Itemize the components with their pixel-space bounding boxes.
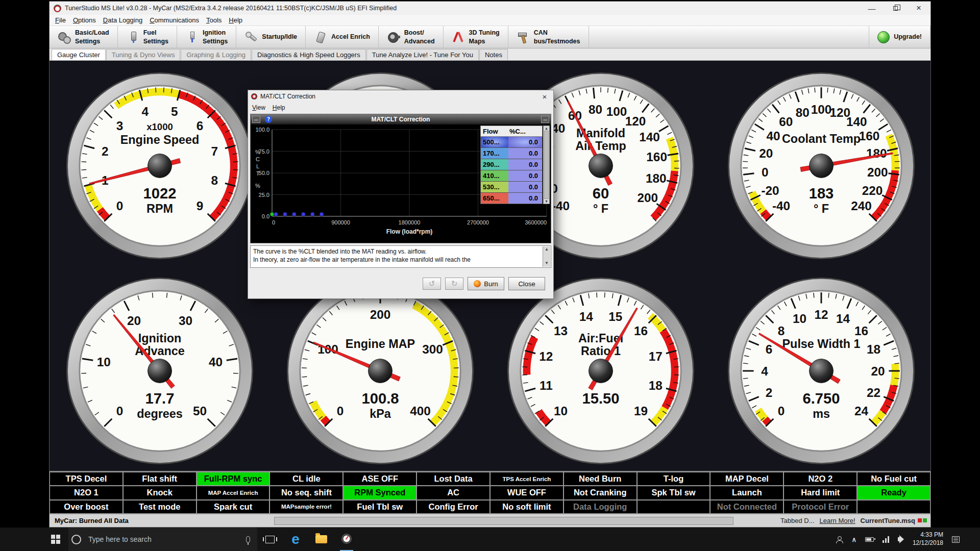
table-row[interactable]: 500...0.0 — [480, 137, 543, 148]
learn-more-link[interactable]: Learn More! — [820, 517, 855, 524]
network-icon[interactable] — [883, 536, 889, 543]
microphone-icon[interactable] — [246, 536, 250, 543]
dialog-menu-help[interactable]: Help — [273, 104, 285, 111]
toolbar-startup-idle[interactable]: Startup/Idle — [236, 26, 306, 48]
scrollbar-thumb[interactable] — [544, 131, 549, 199]
dialog-titlebar[interactable]: MAT/CLT Correction × — [248, 90, 553, 103]
battery-icon[interactable] — [865, 537, 874, 542]
menu-help[interactable]: Help — [225, 15, 246, 25]
cell-pct[interactable]: 0.0 — [508, 148, 542, 159]
svg-text:3600000: 3600000 — [525, 219, 547, 226]
people-icon[interactable] — [836, 536, 843, 543]
scroll-down-icon[interactable]: ▼ — [545, 199, 548, 203]
column-header-pct: %C... — [508, 128, 542, 135]
indicator-no-seq-shift: No seq. shift — [270, 486, 343, 499]
close-window-button[interactable]: × — [907, 2, 930, 15]
svg-text:1800000: 1800000 — [399, 219, 421, 226]
menu-data-logging[interactable]: Data Logging — [100, 15, 146, 25]
svg-text:9: 9 — [197, 199, 204, 213]
cell-pct[interactable]: 0.0 — [508, 137, 542, 147]
matclt-table: Flow%C...500...0.0170...0.0290...0.0410.… — [480, 126, 543, 204]
dialog-menu-view[interactable]: View — [252, 104, 265, 111]
tab-gauge-cluster[interactable]: Gauge Cluster — [52, 49, 106, 60]
panel-options-right-button[interactable]: ... — [541, 116, 549, 123]
cell-flow[interactable]: 170... — [481, 148, 508, 159]
toolbar-can-bus-testmodes[interactable]: CANbus/Testmodes — [508, 26, 589, 48]
tunerstudio-taskbar-button[interactable] — [340, 528, 353, 551]
close-button[interactable]: Close — [508, 277, 545, 290]
tray-expand-icon[interactable] — [851, 535, 856, 544]
burn-button[interactable]: Burn — [468, 277, 504, 290]
indicator-map-accel-enrich: MAP Accel Enrich — [197, 486, 270, 499]
taskbar-search[interactable] — [68, 528, 257, 551]
svg-text:5: 5 — [171, 105, 178, 118]
svg-text:2: 2 — [102, 144, 109, 158]
search-input[interactable] — [87, 535, 210, 544]
cell-flow[interactable]: 500... — [481, 137, 508, 147]
menu-communications[interactable]: Communications — [146, 15, 203, 25]
toolbar-fuel-settings[interactable]: FuelSettings — [118, 26, 177, 48]
burn-label: Burn — [484, 280, 498, 288]
tab-notes[interactable]: Notes — [479, 49, 508, 60]
tab-graphing-logging[interactable]: Graphing & Logging — [181, 49, 251, 60]
svg-text:12: 12 — [814, 308, 828, 321]
cell-flow[interactable]: 410... — [481, 170, 508, 181]
table-row[interactable]: 290...0.0 — [480, 159, 543, 170]
volume-icon[interactable] — [898, 537, 900, 541]
indicator-fuel-tbl-sw: Fuel Tbl sw — [343, 500, 416, 514]
toolbar-3d-tuning-maps[interactable]: 3D TuningMaps — [444, 26, 508, 48]
scroll-up-icon[interactable]: ▲ — [545, 247, 549, 253]
panel-options-left-button[interactable]: ... — [252, 116, 260, 123]
toolbar-upgrade[interactable]: Upgrade! — [869, 26, 930, 48]
cell-flow[interactable]: 650... — [481, 193, 508, 204]
table-row[interactable]: 170...0.0 — [480, 148, 543, 159]
cell-pct[interactable]: 0.0 — [508, 182, 542, 192]
indicator-map-decel: MAP Decel — [710, 472, 783, 486]
table-row[interactable]: 650...0.0 — [480, 193, 543, 204]
task-view-button[interactable] — [263, 528, 277, 551]
redo-button[interactable]: ↻ — [445, 278, 463, 290]
indicator-rpm-synced: RPM Synced — [343, 486, 416, 499]
svg-text:Engine Speed: Engine Speed — [120, 133, 199, 146]
toolbar-boost-advanced[interactable]: Boost/Advanced — [379, 26, 444, 48]
help-icon[interactable]: ? — [265, 116, 272, 123]
action-center-icon[interactable] — [952, 536, 960, 543]
cell-pct[interactable]: 0.0 — [508, 159, 542, 170]
gauge-engine-map: 0100200300400Engine MAP100.8kPa — [286, 277, 475, 465]
toolbar-accel-enrich[interactable]: Accel Enrich — [306, 26, 379, 48]
search-icon — [71, 535, 81, 544]
table-row[interactable]: 530...0.0 — [480, 182, 543, 193]
cell-flow[interactable]: 530... — [481, 182, 508, 192]
menu-options[interactable]: Options — [69, 15, 100, 25]
tab-diagnostics-high-speed-loggers[interactable]: Diagnostics & High Speed Loggers — [252, 49, 366, 60]
indicator-mapsample-error: MAPsample error! — [270, 500, 343, 514]
gauge-coolant-temp: -40-20020406080100120140160180200220240C… — [727, 71, 916, 260]
svg-text:10: 10 — [97, 355, 111, 369]
menu-file[interactable]: File — [52, 15, 69, 25]
window-titlebar[interactable]: TunerStudio MS Lite! v3.0.28 - MyCar (MS… — [50, 2, 930, 15]
file-explorer-button[interactable] — [314, 528, 328, 551]
cell-pct[interactable]: 0.0 — [508, 193, 542, 204]
restore-button[interactable] — [884, 2, 907, 15]
svg-text:degrees: degrees — [137, 407, 183, 420]
tab-tune-analyze-live-tune-for-you[interactable]: Tune Analyze Live! - Tune For You — [366, 49, 479, 60]
indicator-ready: Ready — [857, 486, 930, 499]
dialog-close-icon[interactable]: × — [539, 92, 550, 101]
tab-tuning-dyno-views[interactable]: Tuning & Dyno Views — [106, 49, 181, 60]
system-tray: 4:33 PM 12/12/2018 — [836, 531, 960, 547]
table-scrollbar[interactable]: ▲ ▼ — [543, 126, 550, 204]
table-row[interactable]: 410...0.0 — [480, 170, 543, 182]
start-button[interactable] — [51, 535, 60, 544]
scroll-up-icon[interactable]: ▲ — [545, 127, 548, 130]
description-scrollbar[interactable]: ▲ ▼ — [543, 246, 550, 267]
cell-pct[interactable]: 0.0 — [508, 170, 542, 181]
edge-browser-icon[interactable] — [289, 528, 302, 551]
minimize-button[interactable]: — — [860, 2, 884, 15]
toolbar-basic-load-settings[interactable]: Basic/LoadSettings — [50, 26, 118, 48]
menu-tools[interactable]: Tools — [203, 15, 225, 25]
cell-flow[interactable]: 290... — [481, 159, 508, 170]
scroll-down-icon[interactable]: ▼ — [545, 261, 549, 266]
undo-button[interactable]: ↺ — [423, 278, 441, 290]
toolbar-ignition-settings[interactable]: IgnitionSettings — [177, 26, 236, 48]
taskbar-clock[interactable]: 4:33 PM 12/12/2018 — [913, 531, 943, 547]
